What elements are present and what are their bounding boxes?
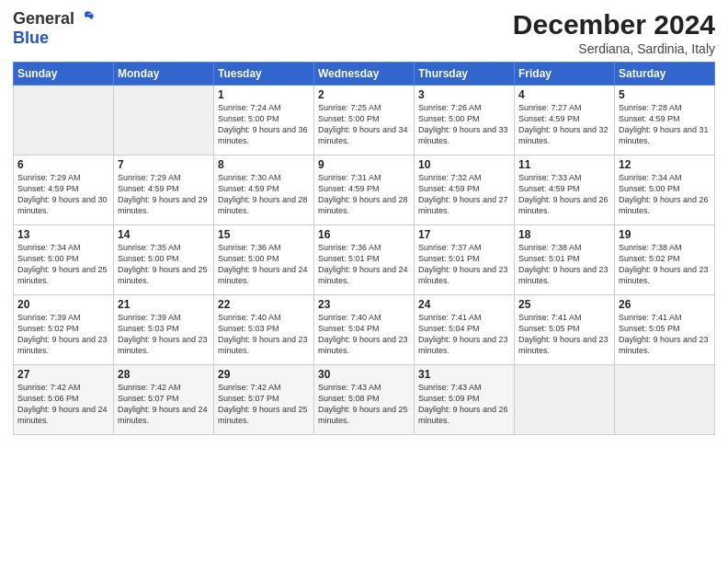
calendar-cell: 8Sunrise: 7:30 AMSunset: 4:59 PMDaylight… <box>214 155 314 225</box>
day-number: 25 <box>518 298 610 311</box>
calendar-cell: 3Sunrise: 7:26 AMSunset: 5:00 PMDaylight… <box>415 86 515 155</box>
day-number: 17 <box>418 228 510 241</box>
day-number: 5 <box>619 88 711 101</box>
calendar-cell: 16Sunrise: 7:36 AMSunset: 5:01 PMDayligh… <box>314 225 415 295</box>
cell-info: Sunrise: 7:33 AMSunset: 4:59 PMDaylight:… <box>518 173 609 215</box>
calendar-week-3: 20Sunrise: 7:39 AMSunset: 5:02 PMDayligh… <box>14 295 715 365</box>
cell-info: Sunrise: 7:41 AMSunset: 5:04 PMDaylight:… <box>418 313 508 355</box>
cell-info: Sunrise: 7:41 AMSunset: 5:05 PMDaylight:… <box>619 313 709 355</box>
cell-info: Sunrise: 7:39 AMSunset: 5:03 PMDaylight:… <box>118 313 208 355</box>
cell-info: Sunrise: 7:29 AMSunset: 4:59 PMDaylight:… <box>17 173 108 215</box>
logo-blue: Blue <box>13 29 49 47</box>
cell-info: Sunrise: 7:24 AMSunset: 5:00 PMDaylight:… <box>218 103 308 145</box>
cell-info: Sunrise: 7:40 AMSunset: 5:03 PMDaylight:… <box>218 313 308 355</box>
cell-info: Sunrise: 7:32 AMSunset: 4:59 PMDaylight:… <box>418 173 508 215</box>
cell-info: Sunrise: 7:27 AMSunset: 4:59 PMDaylight:… <box>518 103 609 145</box>
day-number: 18 <box>518 228 610 241</box>
day-number: 23 <box>318 298 410 311</box>
cell-info: Sunrise: 7:25 AMSunset: 5:00 PMDaylight:… <box>318 103 408 145</box>
calendar-cell <box>14 86 114 155</box>
day-number: 21 <box>118 298 210 311</box>
col-thursday: Thursday <box>415 63 515 86</box>
day-number: 16 <box>318 228 410 241</box>
cell-info: Sunrise: 7:35 AMSunset: 5:00 PMDaylight:… <box>118 243 208 285</box>
month-title: December 2024 <box>513 9 715 40</box>
calendar-cell: 15Sunrise: 7:36 AMSunset: 5:00 PMDayligh… <box>214 225 314 295</box>
cell-info: Sunrise: 7:38 AMSunset: 5:02 PMDaylight:… <box>619 243 709 285</box>
day-number: 28 <box>118 368 210 381</box>
calendar-cell: 28Sunrise: 7:42 AMSunset: 5:07 PMDayligh… <box>114 365 214 435</box>
cell-info: Sunrise: 7:36 AMSunset: 5:01 PMDaylight:… <box>318 243 408 285</box>
day-number: 13 <box>17 228 109 241</box>
day-number: 12 <box>619 158 711 171</box>
day-number: 11 <box>518 158 610 171</box>
calendar-cell: 2Sunrise: 7:25 AMSunset: 5:00 PMDaylight… <box>314 86 415 155</box>
day-number: 8 <box>218 158 310 171</box>
calendar-cell: 24Sunrise: 7:41 AMSunset: 5:04 PMDayligh… <box>415 295 515 365</box>
day-number: 9 <box>318 158 410 171</box>
col-sunday: Sunday <box>14 63 114 86</box>
col-saturday: Saturday <box>615 63 715 86</box>
cell-info: Sunrise: 7:38 AMSunset: 5:01 PMDaylight:… <box>518 243 609 285</box>
cell-info: Sunrise: 7:34 AMSunset: 5:00 PMDaylight:… <box>619 173 709 215</box>
day-number: 3 <box>418 88 510 101</box>
day-number: 1 <box>218 88 310 101</box>
day-number: 20 <box>17 298 109 311</box>
cell-info: Sunrise: 7:31 AMSunset: 4:59 PMDaylight:… <box>318 173 408 215</box>
day-number: 24 <box>418 298 510 311</box>
col-tuesday: Tuesday <box>214 63 314 86</box>
calendar-week-1: 6Sunrise: 7:29 AMSunset: 4:59 PMDaylight… <box>14 155 715 225</box>
calendar-cell: 13Sunrise: 7:34 AMSunset: 5:00 PMDayligh… <box>14 225 114 295</box>
day-number: 22 <box>218 298 310 311</box>
cell-info: Sunrise: 7:28 AMSunset: 4:59 PMDaylight:… <box>619 103 709 145</box>
calendar-cell: 23Sunrise: 7:40 AMSunset: 5:04 PMDayligh… <box>314 295 415 365</box>
calendar-cell <box>515 365 615 435</box>
calendar-cell: 20Sunrise: 7:39 AMSunset: 5:02 PMDayligh… <box>14 295 114 365</box>
calendar-cell: 5Sunrise: 7:28 AMSunset: 4:59 PMDaylight… <box>615 86 715 155</box>
main-container: General Blue December 2024 Serdiana, Sar… <box>0 0 728 442</box>
day-number: 2 <box>318 88 410 101</box>
cell-info: Sunrise: 7:34 AMSunset: 5:00 PMDaylight:… <box>17 243 108 285</box>
day-number: 31 <box>418 368 510 381</box>
cell-info: Sunrise: 7:43 AMSunset: 5:09 PMDaylight:… <box>418 383 508 425</box>
col-wednesday: Wednesday <box>314 63 415 86</box>
calendar-cell: 21Sunrise: 7:39 AMSunset: 5:03 PMDayligh… <box>114 295 214 365</box>
calendar-cell: 22Sunrise: 7:40 AMSunset: 5:03 PMDayligh… <box>214 295 314 365</box>
calendar-cell: 18Sunrise: 7:38 AMSunset: 5:01 PMDayligh… <box>515 225 615 295</box>
calendar-cell: 14Sunrise: 7:35 AMSunset: 5:00 PMDayligh… <box>114 225 214 295</box>
cell-info: Sunrise: 7:37 AMSunset: 5:01 PMDaylight:… <box>418 243 508 285</box>
day-number: 26 <box>619 298 711 311</box>
calendar-cell: 4Sunrise: 7:27 AMSunset: 4:59 PMDaylight… <box>515 86 615 155</box>
calendar-cell: 30Sunrise: 7:43 AMSunset: 5:08 PMDayligh… <box>314 365 415 435</box>
cell-info: Sunrise: 7:43 AMSunset: 5:08 PMDaylight:… <box>318 383 408 425</box>
cell-info: Sunrise: 7:42 AMSunset: 5:07 PMDaylight:… <box>218 383 308 425</box>
day-number: 4 <box>518 88 610 101</box>
calendar-cell: 17Sunrise: 7:37 AMSunset: 5:01 PMDayligh… <box>415 225 515 295</box>
location: Serdiana, Sardinia, Italy <box>513 41 715 56</box>
logo: General Blue <box>13 9 97 48</box>
calendar-cell: 10Sunrise: 7:32 AMSunset: 4:59 PMDayligh… <box>415 155 515 225</box>
calendar-cell: 25Sunrise: 7:41 AMSunset: 5:05 PMDayligh… <box>515 295 615 365</box>
title-area: December 2024 Serdiana, Sardinia, Italy <box>513 9 715 56</box>
cell-info: Sunrise: 7:39 AMSunset: 5:02 PMDaylight:… <box>17 313 108 355</box>
logo-bird-icon <box>76 10 97 27</box>
calendar-cell <box>615 365 715 435</box>
day-number: 27 <box>17 368 109 381</box>
calendar-cell <box>114 86 214 155</box>
calendar-cell: 29Sunrise: 7:42 AMSunset: 5:07 PMDayligh… <box>214 365 314 435</box>
day-number: 15 <box>218 228 310 241</box>
day-number: 19 <box>619 228 711 241</box>
header: General Blue December 2024 Serdiana, Sar… <box>13 9 715 56</box>
calendar-cell: 7Sunrise: 7:29 AMSunset: 4:59 PMDaylight… <box>114 155 214 225</box>
calendar-cell: 26Sunrise: 7:41 AMSunset: 5:05 PMDayligh… <box>615 295 715 365</box>
calendar-cell: 27Sunrise: 7:42 AMSunset: 5:06 PMDayligh… <box>14 365 114 435</box>
calendar-cell: 1Sunrise: 7:24 AMSunset: 5:00 PMDaylight… <box>214 86 314 155</box>
day-number: 7 <box>118 158 210 171</box>
day-number: 29 <box>218 368 310 381</box>
calendar-week-2: 13Sunrise: 7:34 AMSunset: 5:00 PMDayligh… <box>14 225 715 295</box>
calendar-cell: 31Sunrise: 7:43 AMSunset: 5:09 PMDayligh… <box>415 365 515 435</box>
calendar-week-0: 1Sunrise: 7:24 AMSunset: 5:00 PMDaylight… <box>14 86 715 155</box>
cell-info: Sunrise: 7:40 AMSunset: 5:04 PMDaylight:… <box>318 313 408 355</box>
cell-info: Sunrise: 7:41 AMSunset: 5:05 PMDaylight:… <box>518 313 609 355</box>
cell-info: Sunrise: 7:29 AMSunset: 4:59 PMDaylight:… <box>118 173 208 215</box>
